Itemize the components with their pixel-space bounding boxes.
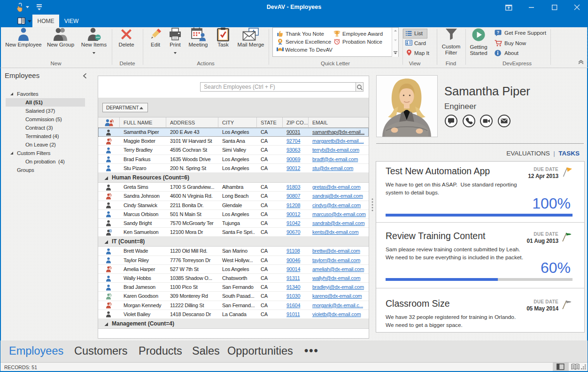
svg-text:?: ? (497, 30, 500, 35)
